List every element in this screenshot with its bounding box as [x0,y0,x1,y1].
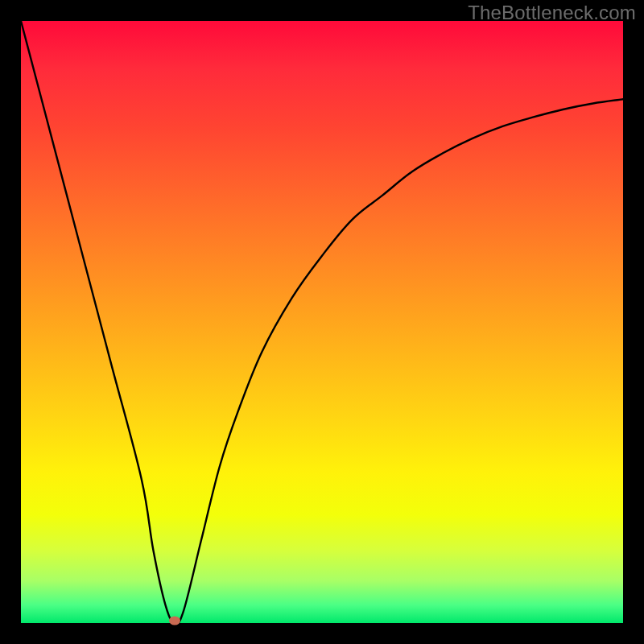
minimum-marker [169,617,180,625]
bottleneck-curve [21,21,623,623]
watermark-text: TheBottleneck.com [468,2,636,24]
plot-area [21,21,623,623]
chart-frame: TheBottleneck.com [0,0,644,644]
